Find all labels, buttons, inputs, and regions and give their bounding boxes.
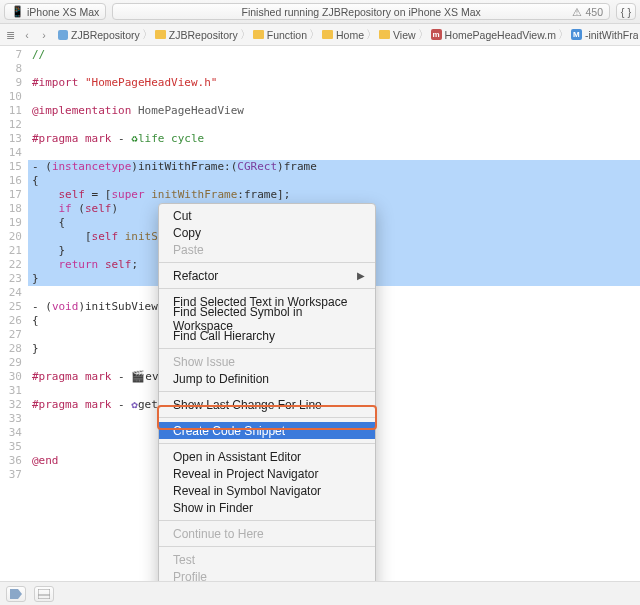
menu-separator	[159, 391, 375, 392]
menu-item-refactor[interactable]: Refactor▶	[159, 267, 375, 284]
breadcrumb-item[interactable]: M-initWithFrame:	[571, 29, 638, 41]
menu-item-reveal-in-project-navigator[interactable]: Reveal in Project Navigator	[159, 465, 375, 482]
jump-bar: ≣ ‹ › ZJBRepository〉ZJBRepository〉Functi…	[0, 24, 640, 46]
folder-icon	[253, 30, 264, 39]
menu-item-reveal-in-symbol-navigator[interactable]: Reveal in Symbol Navigator	[159, 482, 375, 499]
line-number: 26	[0, 314, 22, 328]
objc-m-icon: m	[431, 29, 442, 40]
bottom-bar	[0, 581, 640, 605]
menu-item-copy[interactable]: Copy	[159, 224, 375, 241]
code-review-button[interactable]: { }	[616, 3, 636, 20]
breadcrumb-item[interactable]: ZJBRepository	[58, 29, 140, 41]
folder-icon	[379, 30, 390, 39]
menu-item-show-last-change-for-line[interactable]: Show Last Change For Line	[159, 396, 375, 413]
line-number: 9	[0, 76, 22, 90]
code-line[interactable]: - (instancetype)initWithFrame:(CGRect)fr…	[28, 160, 640, 174]
warning-icon: ⚠	[572, 6, 582, 18]
breadcrumb-label: -initWithFrame:	[585, 29, 638, 41]
menu-item-label: Test	[173, 553, 195, 567]
line-number: 35	[0, 440, 22, 454]
svg-rect-0	[38, 589, 50, 599]
breadcrumb-label: Function	[267, 29, 307, 41]
breadcrumb-item[interactable]: mHomePageHeadView.m	[431, 29, 556, 41]
line-number: 34	[0, 426, 22, 440]
folder-icon	[155, 30, 166, 39]
line-number: 16	[0, 174, 22, 188]
submenu-arrow-icon: ▶	[357, 270, 365, 281]
line-number: 32	[0, 398, 22, 412]
line-number: 27	[0, 328, 22, 342]
menu-separator	[159, 443, 375, 444]
menu-item-show-in-finder[interactable]: Show in Finder	[159, 499, 375, 516]
menu-item-label: Continue to Here	[173, 527, 264, 541]
code-line[interactable]: //	[28, 48, 640, 62]
status-bar: Finished running ZJBRepository on iPhone…	[112, 3, 610, 20]
breadcrumb-item[interactable]: View	[379, 29, 416, 41]
line-number: 36	[0, 454, 22, 468]
related-items-button[interactable]: ≣	[2, 27, 18, 43]
code-line[interactable]	[28, 146, 640, 160]
line-number: 11	[0, 104, 22, 118]
line-number: 7	[0, 48, 22, 62]
menu-item-label: Show Issue	[173, 355, 235, 369]
breadcrumb-item[interactable]: Home	[322, 29, 364, 41]
menu-item-jump-to-definition[interactable]: Jump to Definition	[159, 370, 375, 387]
menu-item-label: Copy	[173, 226, 201, 240]
menu-separator	[159, 288, 375, 289]
menu-separator	[159, 520, 375, 521]
code-line[interactable]: self = [super initWithFrame:frame];	[28, 188, 640, 202]
menu-item-label: Refactor	[173, 269, 218, 283]
line-number: 30	[0, 370, 22, 384]
code-line[interactable]	[28, 90, 640, 104]
breadcrumb-label: ZJBRepository	[169, 29, 238, 41]
menu-item-label: Open in Assistant Editor	[173, 450, 301, 464]
line-number: 15	[0, 160, 22, 174]
breadcrumb[interactable]: ZJBRepository〉ZJBRepository〉Function〉Hom…	[58, 28, 638, 42]
warning-count: 450	[585, 6, 603, 18]
menu-item-cut[interactable]: Cut	[159, 207, 375, 224]
debug-area-button[interactable]	[34, 586, 54, 602]
toggle-breakpoints-button[interactable]	[6, 586, 26, 602]
line-number: 14	[0, 146, 22, 160]
breadcrumb-separator: 〉	[418, 28, 429, 42]
breadcrumb-label: ZJBRepository	[71, 29, 140, 41]
line-number: 37	[0, 468, 22, 482]
menu-item-find-call-hierarchy[interactable]: Find Call Hierarchy	[159, 327, 375, 344]
breadcrumb-item[interactable]: ZJBRepository	[155, 29, 238, 41]
code-line[interactable]: #import "HomePageHeadView.h"	[28, 76, 640, 90]
menu-item-label: Show Last Change For Line	[173, 398, 322, 412]
breadcrumb-label: HomePageHeadView.m	[445, 29, 556, 41]
menu-item-find-selected-symbol-in-workspace[interactable]: Find Selected Symbol in Workspace	[159, 310, 375, 327]
breadcrumb-item[interactable]: Function	[253, 29, 307, 41]
back-button[interactable]: ‹	[19, 27, 35, 43]
code-line[interactable]: #pragma mark - ♻life cycle	[28, 132, 640, 146]
code-line[interactable]	[28, 62, 640, 76]
menu-item-continue-to-here: Continue to Here	[159, 525, 375, 542]
project-icon	[58, 30, 68, 40]
line-number: 28	[0, 342, 22, 356]
breadcrumb-separator: 〉	[142, 28, 153, 42]
line-number: 13	[0, 132, 22, 146]
menu-item-open-in-assistant-editor[interactable]: Open in Assistant Editor	[159, 448, 375, 465]
forward-button[interactable]: ›	[36, 27, 52, 43]
scheme-selector[interactable]: 📱 iPhone XS Max	[4, 3, 106, 20]
menu-item-label: Reveal in Symbol Navigator	[173, 484, 321, 498]
menu-item-label: Reveal in Project Navigator	[173, 467, 318, 481]
line-number: 8	[0, 62, 22, 76]
line-number: 20	[0, 230, 22, 244]
menu-item-create-code-snippet[interactable]: Create Code Snippet	[159, 422, 375, 439]
menu-separator	[159, 546, 375, 547]
line-number: 31	[0, 384, 22, 398]
line-number: 25	[0, 300, 22, 314]
code-line[interactable]	[28, 118, 640, 132]
line-gutter: 7891011121314151617181920212223242526272…	[0, 46, 28, 581]
line-number: 12	[0, 118, 22, 132]
phone-icon: 📱	[11, 5, 24, 18]
context-menu: CutCopyPasteRefactor▶Find Selected Text …	[158, 203, 376, 605]
code-line[interactable]: {	[28, 174, 640, 188]
code-line[interactable]: @implementation HomePageHeadView	[28, 104, 640, 118]
warning-badge[interactable]: ⚠ 450	[572, 6, 603, 18]
menu-item-label: Paste	[173, 243, 204, 257]
toolbar: 📱 iPhone XS Max Finished running ZJBRepo…	[0, 0, 640, 24]
line-number: 10	[0, 90, 22, 104]
